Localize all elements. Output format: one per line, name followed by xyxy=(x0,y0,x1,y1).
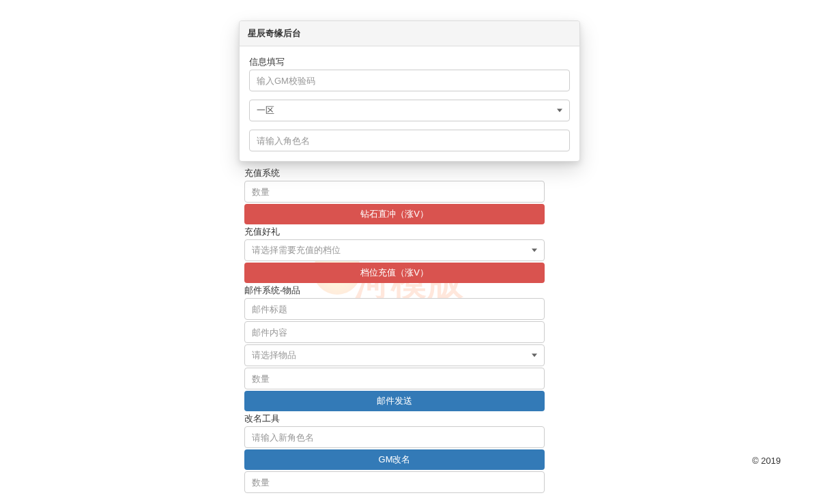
recharge-qty-input[interactable] xyxy=(244,181,545,203)
mail-qty-input[interactable] xyxy=(244,368,545,389)
chevron-down-icon xyxy=(557,109,562,113)
mail-item-placeholder: 请选择物品 xyxy=(252,350,296,360)
footer-copyright: © 2019 xyxy=(752,456,781,466)
mail-title-input[interactable] xyxy=(244,298,545,320)
panel-title: 星辰奇缘后台 xyxy=(240,21,579,46)
chevron-down-icon xyxy=(532,354,537,357)
new-role-name-input[interactable] xyxy=(244,426,545,448)
rename-qty-input[interactable] xyxy=(244,471,545,493)
info-section-label: 信息填写 xyxy=(249,56,570,68)
recharge-section-label: 充值系统 xyxy=(244,167,545,179)
chevron-down-icon xyxy=(532,249,537,252)
mail-send-button[interactable]: 邮件发送 xyxy=(244,391,545,411)
region-select[interactable]: 一区 xyxy=(249,100,570,121)
tier-recharge-button[interactable]: 档位充值（涨V） xyxy=(244,263,545,283)
mail-section-label: 邮件系统-物品 xyxy=(244,284,545,297)
gm-code-input[interactable] xyxy=(249,70,570,91)
diamond-recharge-button[interactable]: 钻石直冲（涨V） xyxy=(244,204,545,224)
rename-section-label: 改名工具 xyxy=(244,413,545,425)
gift-section-label: 充值好礼 xyxy=(244,226,545,238)
region-selected-value: 一区 xyxy=(257,105,274,115)
mail-content-input[interactable] xyxy=(244,321,545,343)
recharge-tier-placeholder: 请选择需要充值的档位 xyxy=(252,245,341,255)
recharge-tier-select[interactable]: 请选择需要充值的档位 xyxy=(244,239,545,261)
admin-panel: 星辰奇缘后台 信息填写 一区 xyxy=(239,20,580,162)
mail-item-select[interactable]: 请选择物品 xyxy=(244,344,545,366)
role-name-input[interactable] xyxy=(249,130,570,151)
gm-rename-button[interactable]: GM改名 xyxy=(244,449,545,470)
